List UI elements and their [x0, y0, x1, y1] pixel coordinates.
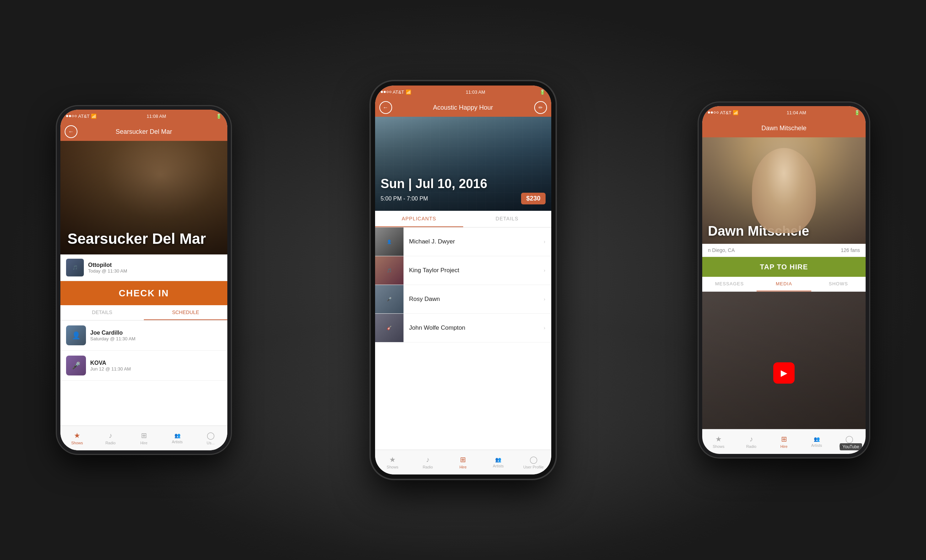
joe-time: Saturday @ 11:30 AM: [90, 336, 135, 341]
rosy-chevron: ›: [543, 296, 551, 302]
left-hero-image: Searsucker Del Mar: [61, 141, 227, 254]
ottopilot-avatar: 🎵: [66, 259, 84, 276]
hero-grid: [375, 117, 551, 211]
artists-icon: 👥: [174, 433, 180, 439]
right-status-bar: AT&T 📶 11:04 AM 🔋: [702, 106, 865, 119]
r-user-icon: ◯: [845, 435, 853, 443]
tap-hire-button[interactable]: TAP TO HIRE: [702, 257, 865, 277]
tab-schedule[interactable]: SCHEDULE: [144, 305, 227, 320]
phones-container: AT&T 📶 11:08 AM 🔋 ← Searsucker Del Mar: [0, 0, 926, 560]
michael-chevron: ›: [543, 238, 551, 245]
right-tab-radio[interactable]: ♪ Radio: [735, 435, 767, 448]
c-shows-icon: ★: [389, 455, 396, 464]
c-user-label: User Profile: [523, 465, 543, 469]
right-nav-title: Dawn Mitschele: [761, 125, 806, 132]
r-hire-label: Hire: [780, 444, 787, 448]
c-radio-label: Radio: [423, 465, 433, 469]
center-phone: AT&T 📶 11:03 AM 🔋 ← Acoustic Happy Hour …: [371, 81, 555, 479]
center-back-button[interactable]: ←: [379, 101, 392, 114]
center-time: 11:03 AM: [466, 89, 485, 95]
right-tab-shows[interactable]: ★ Shows: [702, 435, 735, 448]
c-user-icon: ◯: [530, 455, 537, 464]
tab-shows[interactable]: SHOWS: [811, 277, 865, 291]
right-nav-bar: Dawn Mitschele: [702, 119, 865, 137]
left-hero-title: Searsucker Del Mar: [68, 230, 206, 248]
right-signal: [708, 112, 719, 113]
left-tab-hire[interactable]: ⊞ Hire: [127, 431, 160, 445]
center-edit-button[interactable]: ✏: [534, 101, 547, 114]
center-back-icon: ←: [383, 104, 389, 111]
kova-time: Jun 12 @ 11:30 AM: [90, 366, 131, 371]
left-back-button[interactable]: ←: [65, 125, 77, 138]
left-bottom-bar: ★ Shows ♪ Radio ⊞ Hire 👥 Artists: [61, 426, 227, 450]
center-nav-title: Acoustic Happy Hour: [433, 104, 493, 112]
performer-name: Ottopilot: [88, 262, 127, 268]
left-tab-shows[interactable]: ★ Shows: [61, 431, 94, 445]
shows-icon: ★: [74, 431, 80, 440]
kova-info: KOVA Jun 12 @ 11:30 AM: [90, 360, 131, 371]
applicant-michael[interactable]: 👤 Michael J. Dwyer ›: [375, 228, 551, 256]
check-in-button[interactable]: CHECK IN: [61, 281, 227, 305]
right-battery: 🔋: [854, 110, 860, 115]
center-bottom-bar: ★ Shows ♪ Radio ⊞ Hire 👥 Artists: [375, 450, 551, 474]
center-tab-shows[interactable]: ★ Shows: [375, 455, 410, 469]
left-nav-bar: ← Searsucker Del Mar: [61, 122, 227, 141]
user-icon: ◯: [207, 431, 215, 440]
tab-details-center[interactable]: DETAILS: [463, 211, 551, 227]
r-radio-label: Radio: [746, 444, 757, 448]
c-hire-icon: ⊞: [460, 455, 466, 464]
shows-label: Shows: [71, 441, 83, 445]
radio-icon: ♪: [109, 432, 112, 440]
left-tab-radio[interactable]: ♪ Radio: [94, 432, 127, 445]
c-shows-label: Shows: [387, 465, 398, 469]
michael-name: Michael J. Dwyer: [404, 238, 544, 245]
tab-applicants[interactable]: APPLICANTS: [375, 211, 463, 227]
applicant-john[interactable]: 🎸 John Wolfe Compton ›: [375, 314, 551, 343]
center-carrier-name: AT&T: [393, 89, 404, 95]
right-tab-hire[interactable]: ⊞ Hire: [767, 435, 800, 448]
center-carrier: AT&T 📶: [381, 89, 411, 95]
center-edit-icon: ✏: [539, 105, 543, 111]
user-label: Us...: [207, 441, 215, 445]
left-back-icon: ←: [68, 128, 74, 135]
left-tab-artists[interactable]: 👥 Artists: [160, 433, 194, 444]
joe-name: Joe Cardillo: [90, 330, 135, 336]
king-chevron: ›: [543, 267, 551, 273]
r-artists-icon: 👥: [814, 436, 820, 442]
tab-messages[interactable]: MESSAGES: [702, 277, 757, 291]
right-hero-bg: Dawn Mitschele: [702, 137, 865, 244]
youtube-play-button[interactable]: ▶: [773, 362, 794, 383]
kova-avatar: 🎤: [66, 356, 86, 376]
c-artists-icon: 👥: [495, 457, 501, 463]
center-tab-hire[interactable]: ⊞ Hire: [445, 455, 481, 469]
center-tab-artists[interactable]: 👥 Artists: [481, 457, 516, 468]
radio-label: Radio: [106, 441, 116, 445]
center-signal: [381, 91, 392, 93]
left-nav-title: Searsucker Del Mar: [115, 128, 172, 136]
john-thumb: 🎸: [375, 314, 404, 342]
center-tab-radio[interactable]: ♪ Radio: [410, 456, 445, 469]
right-tab-artists[interactable]: 👥 Artists: [800, 436, 833, 447]
right-hero: Dawn Mitschele: [702, 137, 865, 244]
right-wifi: 📶: [733, 110, 738, 115]
center-status-bar: AT&T 📶 11:03 AM 🔋: [375, 86, 551, 98]
r-radio-icon: ♪: [749, 435, 753, 443]
left-carrier: AT&T 📶: [66, 113, 97, 119]
left-battery: 🔋: [216, 113, 222, 119]
tab-details[interactable]: DETAILS: [61, 305, 144, 320]
right-carrier: AT&T 📶: [708, 110, 738, 115]
center-tab-user[interactable]: ◯ User Profile: [516, 455, 551, 469]
center-battery: 🔋: [540, 89, 545, 95]
schedule-item-kova[interactable]: 🎤 KOVA Jun 12 @ 11:30 AM: [61, 351, 227, 381]
left-tabs: DETAILS SCHEDULE: [61, 305, 227, 320]
artists-label: Artists: [172, 440, 183, 444]
c-artists-label: Artists: [493, 464, 504, 468]
center-nav-bar: ← Acoustic Happy Hour ✏: [375, 98, 551, 117]
joe-avatar: 👤: [66, 325, 86, 345]
applicant-rosy[interactable]: 🎤 Rosy Dawn ›: [375, 285, 551, 314]
schedule-item-joe[interactable]: 👤 Joe Cardillo Saturday @ 11:30 AM: [61, 320, 227, 351]
left-tab-user[interactable]: ◯ Us...: [194, 431, 227, 445]
joe-info: Joe Cardillo Saturday @ 11:30 AM: [90, 330, 135, 341]
applicant-king[interactable]: 🎵 King Taylor Project ›: [375, 256, 551, 285]
tab-media[interactable]: MEDIA: [757, 277, 811, 291]
